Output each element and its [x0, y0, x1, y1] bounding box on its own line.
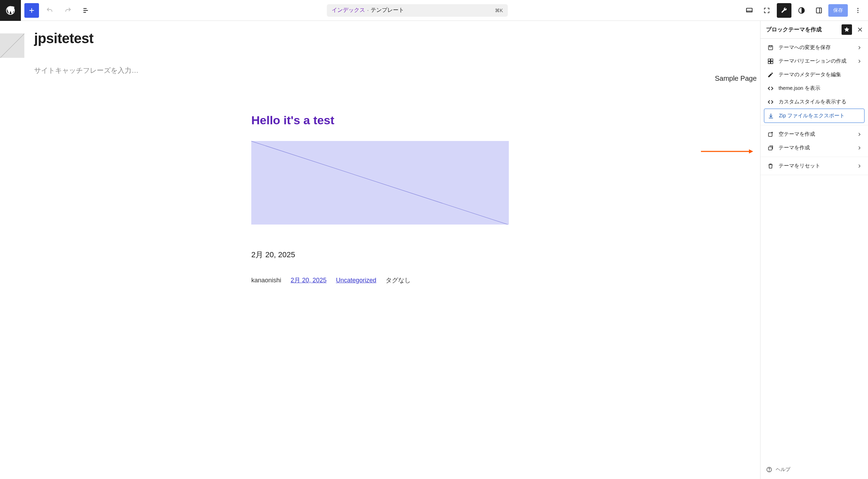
document-title-bar[interactable]: インデックス · テンプレート ⌘K — [327, 4, 508, 17]
fullscreen-icon — [763, 7, 770, 14]
pencil-icon — [767, 72, 774, 78]
chevron-right-icon — [857, 45, 862, 50]
panel-help-link[interactable]: ヘルプ — [760, 460, 868, 479]
create-block-theme-panel: ブロックテーマを作成 テーマへの変更を保存 テーマバリエーションの作成 — [760, 21, 868, 479]
command-shortcut: ⌘K — [495, 8, 503, 13]
list-view-icon — [82, 7, 90, 14]
desktop-icon — [745, 7, 753, 14]
star-icon — [844, 26, 850, 33]
wordpress-icon — [5, 5, 16, 16]
panel-group-theme: テーマへの変更を保存 テーマバリエーションの作成 テーマのメタデータを編集 th… — [760, 39, 868, 125]
block-inserter-button[interactable] — [24, 3, 39, 18]
panel-group-reset: テーマをリセット — [760, 157, 868, 175]
undo-button[interactable] — [42, 3, 57, 18]
toolbar-right-group: 保存 — [741, 3, 868, 18]
svg-rect-10 — [768, 59, 770, 61]
document-link: インデックス — [332, 7, 365, 14]
site-tagline-input[interactable]: サイトキャッチフレーズを入力… — [34, 66, 139, 75]
menu-item-label: Zip ファイルをエクスポート — [779, 112, 861, 119]
post-author[interactable]: kanaonishi — [251, 277, 281, 284]
post-date[interactable]: 2月 20, 2025 — [251, 250, 509, 260]
styles-button[interactable] — [794, 3, 809, 18]
svg-rect-8 — [768, 46, 773, 50]
settings-panel-button[interactable] — [812, 3, 826, 18]
menu-item-create-variation[interactable]: テーマバリエーションの作成 — [764, 54, 865, 68]
site-title-block: jpsitetest サイトキャッチフレーズを入力… — [34, 31, 139, 75]
menu-item-view-theme-json[interactable]: theme.json を表示 — [764, 81, 865, 95]
site-header-block: jpsitetest サイトキャッチフレーズを入力… — [0, 21, 760, 75]
post-no-tags-label: タグなし — [386, 277, 411, 284]
body-split: jpsitetest サイトキャッチフレーズを入力… Sample Page H… — [0, 21, 868, 479]
list-view-button[interactable] — [79, 3, 93, 18]
svg-point-17 — [769, 471, 769, 471]
tools-panel-button[interactable] — [777, 3, 791, 18]
panel-header: ブロックテーマを作成 — [760, 21, 868, 39]
fullscreen-button[interactable] — [759, 3, 774, 18]
svg-point-3 — [858, 8, 859, 9]
contrast-icon — [798, 7, 805, 14]
svg-rect-12 — [768, 61, 770, 63]
save-button[interactable]: 保存 — [828, 4, 848, 17]
svg-point-5 — [858, 12, 859, 13]
svg-rect-13 — [771, 61, 773, 63]
menu-item-reset-theme[interactable]: テーマをリセット — [764, 159, 865, 173]
post-block: Hello it's a test 2月 20, 2025 kanaonishi… — [251, 113, 509, 284]
panel-group-create: 空テーマを作成 テーマを作成 — [760, 125, 868, 157]
new-icon — [767, 131, 774, 138]
menu-item-edit-metadata[interactable]: テーマのメタデータを編集 — [764, 68, 865, 81]
post-title[interactable]: Hello it's a test — [251, 113, 509, 127]
menu-item-view-custom-styles[interactable]: カスタムスタイルを表示する — [764, 95, 865, 109]
stack-icon — [767, 145, 774, 151]
svg-rect-9 — [770, 46, 772, 47]
help-icon — [766, 466, 772, 473]
svg-rect-0 — [747, 8, 752, 12]
sidebar-icon — [815, 7, 823, 14]
panel-pin-button[interactable] — [842, 24, 852, 35]
save-icon — [767, 45, 774, 51]
editor-canvas[interactable]: jpsitetest サイトキャッチフレーズを入力… Sample Page H… — [0, 21, 760, 479]
redo-icon — [64, 7, 72, 14]
code-icon — [767, 85, 774, 92]
view-desktop-button[interactable] — [742, 3, 757, 18]
save-button-label: 保存 — [833, 7, 843, 14]
post-date-link[interactable]: 2月 20, 2025 — [291, 277, 326, 284]
post-category-link[interactable]: Uncategorized — [336, 277, 376, 284]
panel-title: ブロックテーマを作成 — [766, 26, 842, 33]
menu-item-export-zip[interactable]: Zip ファイルをエクスポート — [764, 109, 865, 123]
wordpress-logo[interactable] — [0, 0, 21, 21]
site-title[interactable]: jpsitetest — [34, 31, 139, 46]
redo-button[interactable] — [61, 3, 75, 18]
top-toolbar: インデックス · テンプレート ⌘K 保存 — [0, 0, 868, 21]
download-icon — [767, 113, 775, 119]
close-icon — [857, 26, 863, 33]
code-icon — [767, 99, 774, 105]
svg-rect-11 — [771, 59, 773, 61]
svg-rect-14 — [768, 133, 772, 136]
site-logo-placeholder[interactable] — [0, 33, 24, 58]
chevron-right-icon — [857, 132, 862, 137]
menu-item-save-changes[interactable]: テーマへの変更を保存 — [764, 41, 865, 54]
plus-icon — [28, 7, 35, 14]
post-meta-row: kanaonishi 2月 20, 2025 Uncategorized タグな… — [251, 276, 509, 284]
variation-icon — [767, 58, 774, 64]
kebab-icon — [854, 7, 861, 14]
menu-item-create-theme[interactable]: テーマを作成 — [764, 141, 865, 155]
svg-rect-2 — [816, 8, 822, 13]
menu-item-label: テーマを作成 — [779, 144, 853, 151]
svg-point-4 — [858, 10, 859, 11]
featured-image-placeholder[interactable] — [251, 141, 509, 225]
menu-item-label: テーマのメタデータを編集 — [779, 71, 862, 78]
toolbar-center-group: インデックス · テンプレート ⌘K — [93, 4, 741, 17]
chevron-right-icon — [857, 59, 862, 64]
menu-item-label: theme.json を表示 — [779, 85, 862, 92]
help-label: ヘルプ — [776, 466, 790, 473]
menu-item-label: テーマへの変更を保存 — [779, 44, 853, 51]
wrench-icon — [781, 7, 788, 14]
document-type-label: テンプレート — [371, 7, 404, 14]
menu-item-label: カスタムスタイルを表示する — [779, 99, 862, 105]
more-options-button[interactable] — [851, 3, 865, 18]
nav-link-sample-page[interactable]: Sample Page — [715, 74, 757, 83]
panel-close-button[interactable] — [855, 24, 865, 35]
toolbar-left-group — [0, 0, 93, 21]
menu-item-create-blank-theme[interactable]: 空テーマを作成 — [764, 127, 865, 141]
